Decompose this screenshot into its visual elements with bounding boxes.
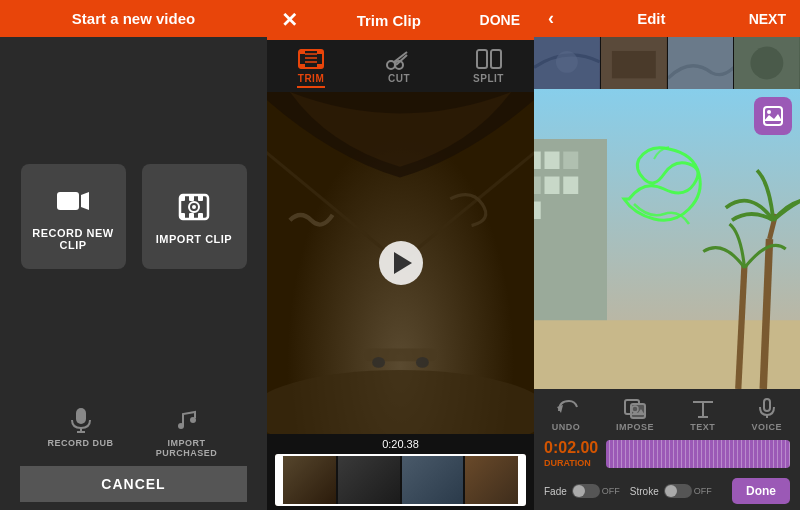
done-button[interactable]: Done [732,478,790,504]
image-impose-button[interactable] [754,97,792,135]
undo-tool-button[interactable]: UNDO [552,397,581,432]
edit-video-area [534,89,800,389]
import-clip-button[interactable]: IMPORT CLIP [142,164,247,269]
stroke-label: Stroke [630,486,659,497]
svg-point-14 [178,423,184,429]
timeline-thumb-4 [465,454,526,506]
action-buttons-row: RECORD NEW CLIP IMPORT CLIP [21,164,247,269]
split-label: SPLIT [473,73,504,84]
import-purchased-label: IMPORT PURCHASED [142,438,232,458]
trim-icon [297,48,325,70]
panel1-bottom: RECORD DUB IMPORT PURCHASED CANCEL [0,396,267,510]
timeline-thumb-2 [338,454,399,506]
stroke-toggle[interactable]: OFF [664,484,712,498]
timeline-thumb-3 [402,454,463,506]
svg-rect-40 [668,37,734,89]
stroke-state: OFF [694,486,712,496]
filmstrip-thumb-2 [601,37,667,89]
panel3-header: ‹ Edit NEXT [534,0,800,37]
panel1-title: Start a new video [72,10,195,27]
fade-option: Fade OFF [544,484,620,498]
svg-rect-6 [180,213,185,219]
panel2-video-area [267,92,534,434]
cancel-label: CANCEL [101,476,165,492]
svg-rect-39 [612,51,656,78]
record-new-clip-button[interactable]: RECORD NEW CLIP [21,164,126,269]
options-row: Fade OFF Stroke OFF Done [534,472,800,510]
split-icon [475,48,503,70]
impose-icon [622,397,648,419]
svg-rect-7 [189,213,194,219]
panel-edit: ‹ Edit NEXT [534,0,800,510]
timeline-strip [275,454,526,506]
next-button[interactable]: NEXT [749,11,786,27]
cut-tool-button[interactable]: CUT [385,48,413,88]
duration-time: 0:02.00 [544,440,598,456]
close-icon[interactable]: ✕ [281,8,298,32]
svg-point-15 [190,417,196,423]
svg-point-30 [267,370,534,434]
music-note-icon [173,406,201,434]
video-camera-icon [55,183,91,219]
audio-waveform [606,440,790,468]
duration-row: 0:02.00 DURATION [534,436,800,472]
voice-icon [754,397,780,419]
filmstrip [534,37,800,89]
trim-handle-right[interactable] [518,454,526,506]
import-purchased-button[interactable]: IMPORT PURCHASED [142,406,232,458]
impose-label: IMPOSE [616,422,654,432]
svg-rect-20 [317,64,323,68]
undo-label: UNDO [552,422,581,432]
trim-tool-button[interactable]: TRIM [297,48,325,88]
trim-label: TRIM [298,73,324,84]
image-icon [762,105,784,127]
trim-handle-left[interactable] [275,454,283,506]
svg-rect-5 [198,195,203,201]
undo-icon [553,397,579,419]
back-icon[interactable]: ‹ [548,8,554,29]
text-tool-button[interactable]: TEXT [690,397,716,432]
bottom-buttons-row: RECORD DUB IMPORT PURCHASED [20,406,247,458]
microphone-icon [67,406,95,434]
record-clip-label: RECORD NEW CLIP [21,227,126,251]
svg-rect-0 [57,192,79,210]
svg-rect-17 [299,50,305,54]
svg-point-10 [192,205,196,209]
stroke-toggle-knob [665,485,677,497]
trim-done-button[interactable]: DONE [480,12,520,28]
svg-rect-3 [180,195,185,201]
svg-rect-8 [198,213,203,219]
import-clip-label: IMPORT CLIP [156,233,232,245]
film-roll-icon [176,189,212,225]
play-button[interactable] [379,241,423,285]
voice-tool-button[interactable]: VOICE [752,397,783,432]
filmstrip-thumb-4 [734,37,800,89]
split-tool-button[interactable]: SPLIT [473,48,504,88]
svg-rect-4 [189,195,194,201]
cancel-button[interactable]: CANCEL [20,466,247,502]
svg-marker-61 [557,405,563,413]
timeline-thumb-1 [275,454,336,506]
svg-rect-28 [477,50,487,68]
svg-rect-59 [764,107,782,125]
svg-point-60 [767,110,771,114]
impose-tool-button[interactable]: IMPOSE [616,397,654,432]
panel2-title: Trim Clip [357,12,421,29]
cut-icon [385,48,413,70]
fade-state: OFF [602,486,620,496]
svg-rect-68 [764,399,770,411]
panel2-header: ✕ Trim Clip DONE [267,0,534,40]
fade-label: Fade [544,486,567,497]
fade-toggle-knob [573,485,585,497]
record-dub-button[interactable]: RECORD DUB [36,406,126,458]
svg-rect-11 [76,408,86,424]
filmstrip-thumb-3 [668,37,734,89]
voice-label: VOICE [752,422,783,432]
stroke-toggle-track[interactable] [664,484,692,498]
fade-toggle-track[interactable] [572,484,600,498]
svg-rect-19 [299,64,305,68]
stroke-option: Stroke OFF [630,484,712,498]
record-dub-label: RECORD DUB [47,438,113,448]
panel2-toolbar: TRIM CUT SPLIT [267,40,534,92]
fade-toggle[interactable]: OFF [572,484,620,498]
